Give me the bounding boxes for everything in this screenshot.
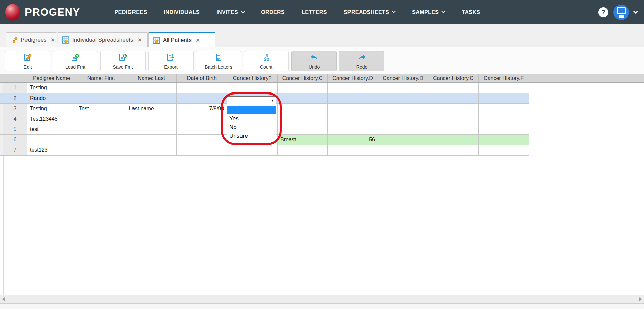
table-cell[interactable] — [76, 114, 126, 124]
scroll-left-icon[interactable] — [2, 297, 5, 301]
horizontal-scrollbar[interactable] — [0, 295, 644, 304]
table-cell[interactable] — [378, 83, 428, 93]
nav-item-spreadsheets[interactable]: SPREADSHEETS — [344, 9, 395, 15]
table-cell[interactable] — [278, 93, 328, 104]
table-cell[interactable]: 7/8/98 — [177, 104, 227, 114]
table-cell[interactable] — [76, 135, 126, 145]
table-cell[interactable]: Breast — [278, 135, 328, 145]
column-header-name-first[interactable]: Name: First — [76, 74, 126, 82]
table-cell[interactable] — [278, 83, 328, 93]
table-cell[interactable] — [428, 83, 479, 93]
table-cell[interactable] — [126, 135, 177, 145]
nav-item-orders[interactable]: ORDERS — [261, 9, 285, 15]
table-cell[interactable] — [126, 145, 177, 156]
table-cell[interactable] — [479, 83, 529, 93]
row-number[interactable]: 1 — [3, 83, 27, 93]
table-cell[interactable] — [479, 135, 529, 145]
table-cell[interactable] — [378, 93, 428, 104]
user-avatar[interactable] — [613, 5, 629, 20]
nav-item-tasks[interactable]: TASKS — [462, 9, 480, 15]
table-cell[interactable] — [428, 114, 479, 124]
table-cell[interactable] — [328, 114, 378, 124]
cancer-history-select[interactable]: ▼ — [227, 96, 276, 104]
save-format-button[interactable]: Save Fmt — [100, 51, 146, 71]
close-icon[interactable]: × — [196, 37, 200, 44]
row-number[interactable]: 5 — [3, 124, 27, 135]
table-cell[interactable]: Last name — [126, 104, 177, 114]
table-cell[interactable] — [378, 145, 428, 156]
table-cell[interactable] — [428, 145, 479, 156]
tab-individual-spreadsheets[interactable]: Individual Spreadsheets × — [58, 32, 148, 47]
table-cell[interactable] — [177, 124, 227, 135]
table-cell[interactable] — [328, 104, 378, 114]
table-cell[interactable] — [479, 145, 529, 156]
row-number[interactable]: 2 — [3, 93, 27, 104]
table-cell[interactable] — [428, 135, 479, 145]
table-cell[interactable] — [278, 124, 328, 135]
table-cell[interactable]: Test — [76, 104, 126, 114]
column-header-cancer-history-c[interactable]: Cancer History.C — [278, 74, 328, 82]
chevron-down-icon[interactable] — [633, 9, 638, 13]
table-cell[interactable] — [126, 124, 177, 135]
table-cell[interactable] — [428, 124, 479, 135]
nav-item-letters[interactable]: LETTERS — [302, 9, 327, 15]
table-cell[interactable] — [177, 114, 227, 124]
column-header-cancer-history-d2[interactable]: Cancer History.D — [378, 74, 428, 82]
table-cell[interactable]: test123 — [27, 145, 76, 156]
table-cell[interactable] — [328, 93, 378, 104]
table-cell[interactable] — [328, 124, 378, 135]
column-header-pedigree-name[interactable]: Pedigree Name — [27, 74, 76, 82]
dropdown-option-unsure[interactable]: Unsure — [227, 132, 276, 140]
nav-item-invites[interactable]: INVITES — [216, 9, 244, 15]
table-cell[interactable] — [227, 83, 278, 93]
table-cell[interactable] — [126, 83, 177, 93]
table-cell[interactable] — [177, 93, 227, 104]
redo-button[interactable]: Redo — [339, 51, 384, 71]
nav-item-samples[interactable]: SAMPLES — [412, 9, 445, 15]
table-cell[interactable] — [76, 83, 126, 93]
column-header-cancer-history[interactable]: Cancer History? — [227, 74, 278, 82]
dropdown-option-blank[interactable] — [227, 106, 276, 114]
table-cell[interactable] — [27, 135, 76, 145]
table-cell[interactable] — [479, 93, 529, 104]
table-cell[interactable] — [126, 93, 177, 104]
row-number[interactable]: 7 — [3, 145, 27, 156]
dropdown-option-yes[interactable]: Yes — [227, 114, 276, 123]
table-cell[interactable] — [177, 83, 227, 93]
tab-all-patients[interactable]: All Patients × — [148, 32, 215, 47]
table-cell[interactable]: 56 — [328, 135, 378, 145]
column-header-cancer-history-d[interactable]: Cancer History.D — [328, 74, 378, 82]
table-cell[interactable]: Testing — [27, 104, 76, 114]
help-button[interactable]: ? — [598, 7, 608, 17]
nav-item-individuals[interactable]: INDIVIDUALS — [164, 9, 200, 15]
edit-button[interactable]: Edit — [5, 51, 50, 71]
table-cell[interactable] — [76, 93, 126, 104]
row-number[interactable]: 3 — [3, 104, 27, 114]
table-cell[interactable]: Test123445 — [27, 114, 76, 124]
column-header-cancer-history-c2[interactable]: Cancer History.C — [428, 74, 479, 82]
table-cell[interactable] — [428, 104, 479, 114]
close-icon[interactable]: × — [138, 36, 141, 44]
table-cell[interactable] — [428, 93, 479, 104]
table-cell[interactable] — [278, 104, 328, 114]
export-button[interactable]: Export — [148, 51, 194, 71]
column-header-name-last[interactable]: Name: Last — [126, 74, 177, 82]
table-cell[interactable] — [177, 145, 227, 156]
scroll-right-icon[interactable] — [639, 297, 642, 301]
table-cell[interactable] — [378, 114, 428, 124]
table-cell[interactable] — [479, 114, 529, 124]
table-cell[interactable] — [378, 124, 428, 135]
undo-button[interactable]: Undo — [291, 51, 337, 71]
table-cell[interactable] — [328, 83, 378, 93]
column-header-date-of-birth[interactable]: Date of Birth — [177, 74, 227, 82]
table-cell[interactable] — [378, 135, 428, 145]
table-cell[interactable] — [76, 124, 126, 135]
row-number[interactable]: 6 — [3, 135, 27, 145]
table-cell[interactable] — [126, 114, 177, 124]
close-icon[interactable]: × — [51, 36, 55, 44]
batch-letters-button[interactable]: Batch Letters — [196, 51, 241, 71]
table-cell[interactable] — [278, 114, 328, 124]
table-cell[interactable]: Testing — [27, 83, 76, 93]
dropdown-option-no[interactable]: No — [227, 123, 276, 132]
table-cell[interactable] — [227, 145, 278, 156]
